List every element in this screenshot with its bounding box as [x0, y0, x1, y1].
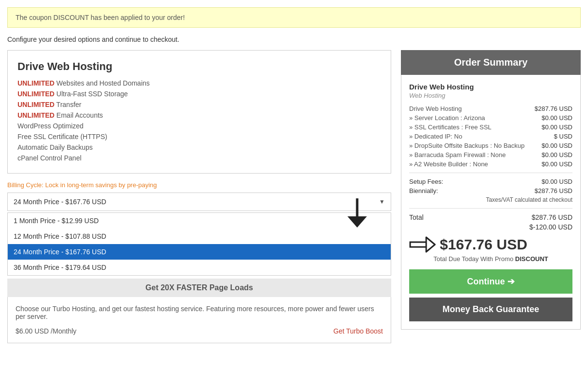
get-turbo-boost-link[interactable]: Get Turbo Boost [333, 327, 383, 335]
feature-prefix: UNLIMITED [17, 90, 54, 98]
total-amount: $287.76 USD [532, 213, 572, 221]
promo-code: DISCOUNT [515, 255, 548, 263]
list-item: WordPress Optimized [17, 121, 381, 131]
feature-prefix: UNLIMITED [17, 111, 54, 119]
summary-label: » Barracuda Spam Firewall : None [409, 151, 506, 158]
list-item: UNLIMITED Transfer [17, 99, 381, 110]
summary-amount: $0.00 USD [541, 160, 572, 168]
summary-amount: $0.00 USD [541, 142, 572, 149]
discount-amount: $-120.00 USD [529, 223, 572, 231]
hosting-card: Drive Web Hosting UNLIMITED Websites and… [7, 50, 391, 174]
list-item: cPanel Control Panel [17, 153, 381, 163]
feature-text: Ultra-Fast SSD Storage [56, 90, 128, 98]
summary-label: » DropSuite Offsite Backups : No Backup [409, 142, 525, 149]
dropdown-option-12month[interactable]: 12 Month Price - $107.88 USD [8, 229, 391, 244]
summary-line-ip: » Dedicated IP: No $ USD [409, 133, 572, 140]
down-arrow-icon [343, 196, 372, 230]
summary-label: » Dedicated IP: No [409, 133, 462, 140]
billing-label: Billing Cycle: Lock in long-term savings… [7, 181, 391, 189]
taxes-note: Taxes/VAT calculated at checkout [409, 196, 572, 203]
list-item: Automatic Daily Backups [17, 142, 381, 153]
chevron-down-icon: ▼ [379, 198, 385, 205]
setup-fees-amount: $0.00 USD [541, 178, 572, 185]
hosting-title: Drive Web Hosting [17, 60, 381, 73]
billing-selected-value: 24 Month Price - $167.76 USD [14, 198, 379, 206]
list-item: UNLIMITED Ultra-Fast SSD Storage [17, 88, 381, 99]
dropdown-area: 24 Month Price - $167.76 USD ▼ 1 Month P… [7, 193, 391, 276]
summary-label: Drive Web Hosting [409, 105, 462, 112]
summary-amount: $ USD [554, 133, 572, 140]
setup-fees-label: Setup Fees: [409, 178, 443, 185]
summary-divider-2 [409, 208, 572, 209]
list-item: Free SSL Certificate (HTTPS) [17, 131, 381, 142]
promo-label-text: Total Due Today With Promo [433, 255, 515, 263]
order-summary-body: Drive Web Hosting Web Hosting Drive Web … [401, 75, 581, 330]
total-label: Total [409, 213, 424, 221]
summary-divider [409, 173, 572, 173]
summary-line-server: » Server Location : Arizona $0.00 USD [409, 114, 572, 122]
continue-button[interactable]: Continue ➔ [409, 269, 572, 294]
svg-marker-1 [347, 216, 367, 228]
summary-amount: $0.00 USD [541, 114, 572, 122]
summary-product-title: Drive Web Hosting [409, 83, 572, 91]
turbo-content: Choose our Turbo Hosting, and get our fa… [7, 297, 391, 343]
biennially-amount: $287.76 USD [535, 187, 572, 194]
order-summary-header: Order Summary [401, 50, 581, 75]
list-item: UNLIMITED Websites and Hosted Domains [17, 78, 381, 88]
biennially-label: Biennially: [409, 187, 438, 194]
svg-marker-3 [426, 237, 435, 252]
configure-text: Configure your desired options and conti… [7, 35, 581, 43]
feature-text: cPanel Control Panel [17, 154, 82, 162]
biennially-line: Biennially: $287.76 USD [409, 187, 572, 194]
summary-line-dropsuite: » DropSuite Offsite Backups : No Backup … [409, 142, 572, 149]
turbo-price: $6.00 USD /Monthly [16, 327, 76, 335]
summary-label: » SSL Certificates : Free SSL [409, 123, 491, 131]
feature-text: WordPress Optimized [17, 122, 84, 130]
promo-price-row: $167.76 USD [409, 236, 572, 253]
coupon-banner: The coupon DISCOUNT has been applied to … [7, 7, 581, 28]
summary-line-barracuda: » Barracuda Spam Firewall : None $0.00 U… [409, 151, 572, 158]
coupon-message: The coupon DISCOUNT has been applied to … [16, 14, 185, 21]
billing-select-wrapper[interactable]: 24 Month Price - $167.76 USD ▼ [7, 193, 391, 211]
turbo-description: Choose our Turbo Hosting, and get our fa… [16, 305, 383, 320]
feature-text: Transfer [56, 101, 82, 108]
turbo-footer: $6.00 USD /Monthly Get Turbo Boost [16, 327, 383, 335]
feature-prefix: UNLIMITED [17, 101, 54, 108]
right-panel: Order Summary Drive Web Hosting Web Host… [401, 50, 581, 330]
billing-section: Billing Cycle: Lock in long-term savings… [7, 181, 391, 276]
feature-text: Free SSL Certificate (HTTPS) [17, 133, 107, 141]
list-item: UNLIMITED Email Accounts [17, 110, 381, 121]
summary-line-builder: » A2 Website Builder : None $0.00 USD [409, 160, 572, 168]
summary-line-ssl: » SSL Certificates : Free SSL $0.00 USD [409, 123, 572, 131]
feature-text: Email Accounts [56, 111, 103, 119]
feature-prefix: UNLIMITED [17, 79, 54, 87]
setup-fees-line: Setup Fees: $0.00 USD [409, 178, 572, 185]
feature-text: Websites and Hosted Domains [56, 79, 150, 87]
dropdown-option-1month[interactable]: 1 Month Price - $12.99 USD [8, 213, 391, 229]
turbo-banner: Get 20X FASTER Page Loads [7, 279, 391, 297]
summary-line-hosting: Drive Web Hosting $287.76 USD [409, 105, 572, 112]
right-arrow-icon [409, 236, 436, 253]
dropdown-option-36month[interactable]: 36 Month Price - $179.64 USD [8, 260, 391, 275]
dropdown-open: 1 Month Price - $12.99 USD 12 Month Pric… [7, 212, 391, 276]
svg-rect-2 [410, 242, 427, 247]
feature-list: UNLIMITED Websites and Hosted Domains UN… [17, 78, 381, 163]
dropdown-option-24month[interactable]: 24 Month Price - $167.76 USD [8, 244, 391, 260]
summary-label: » A2 Website Builder : None [409, 160, 488, 168]
left-panel: Drive Web Hosting UNLIMITED Websites and… [7, 50, 391, 343]
summary-product-subtitle: Web Hosting [409, 92, 572, 99]
feature-text: Automatic Daily Backups [17, 143, 93, 151]
promo-price: $167.76 USD [440, 236, 527, 253]
promo-label: Total Due Today With Promo DISCOUNT [409, 255, 572, 263]
summary-label: » Server Location : Arizona [409, 114, 485, 122]
total-line: Total $287.76 USD [409, 213, 572, 221]
turbo-section: Get 20X FASTER Page Loads Choose our Tur… [7, 279, 391, 343]
summary-amount: $0.00 USD [541, 123, 572, 131]
discount-line: $-120.00 USD [409, 223, 572, 231]
money-back-button[interactable]: Money Back Guarantee [409, 298, 572, 321]
summary-amount: $287.76 USD [535, 105, 572, 112]
summary-amount: $0.00 USD [541, 151, 572, 158]
